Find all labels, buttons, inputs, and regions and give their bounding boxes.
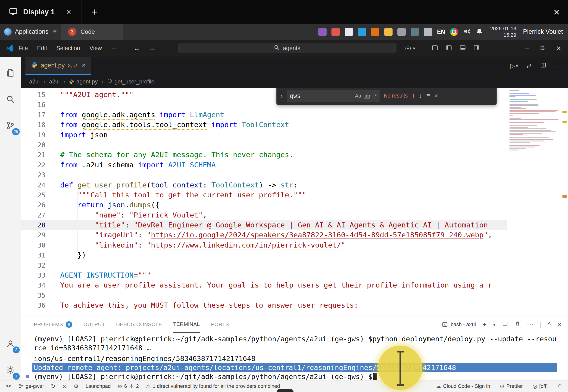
previous-match-icon[interactable]: ↑ (412, 92, 415, 99)
tab-debug-console[interactable]: DEBUG CONSOLE (116, 316, 162, 333)
problems-status[interactable]: ⊗6 ⚠2 (118, 383, 139, 390)
display-tab[interactable]: Display 1 × (0, 0, 81, 24)
menu-edit[interactable]: Edit (37, 45, 47, 52)
panel-more-icon[interactable]: ⋯ (527, 321, 533, 328)
window-list-button-code[interactable]: 3 Code (61, 24, 123, 40)
terminal-dropdown-icon[interactable]: ▾ (493, 322, 495, 327)
explorer-icon[interactable] (0, 63, 21, 83)
minimap[interactable] (507, 88, 560, 316)
tab-agent-py[interactable]: agent.py 2, U × (26, 57, 91, 75)
next-match-icon[interactable]: ↓ (419, 92, 422, 99)
menu-overflow-icon[interactable]: ⋯ (111, 45, 117, 52)
code-link[interactable]: https://io.google/2024/speakers/3ea87822… (151, 231, 483, 239)
navigate-back-icon[interactable]: ← (133, 44, 140, 53)
whole-word-toggle[interactable]: ab (364, 93, 370, 99)
prettier-status[interactable]: ⊘Prettier (500, 383, 523, 390)
close-panel-icon[interactable]: × (557, 320, 562, 329)
source-control-icon[interactable]: 25 (0, 115, 21, 136)
code-tray-icon[interactable] (358, 28, 366, 36)
files-tray-icon[interactable] (384, 28, 392, 36)
applications-menu[interactable]: Applications ≡ (0, 24, 61, 40)
command-center-search[interactable]: agents (178, 43, 396, 53)
toggle-replace-icon[interactable]: › (280, 92, 283, 100)
copilot-menu[interactable]: ▾ (404, 45, 415, 52)
find-input[interactable]: gws Aa ab .* (287, 90, 380, 102)
breadcrumb-file[interactable]: agent.py (69, 78, 98, 85)
menu-file[interactable]: File (18, 45, 28, 52)
code-editor[interactable]: 15"""A2UI agent.""" 16 17from google.adk… (21, 88, 568, 316)
maximize-panel-icon[interactable]: ^ (548, 321, 551, 328)
close-tab-icon[interactable]: × (82, 62, 86, 69)
chrome-icon[interactable] (450, 28, 458, 36)
navigate-forward-icon[interactable]: → (149, 44, 156, 53)
more-actions-icon[interactable]: ⋯ (555, 62, 561, 70)
code-line: 23 (21, 170, 507, 180)
command-decoration-icon[interactable] (26, 375, 30, 378)
notifications-icon[interactable] (476, 28, 483, 36)
keyboard-layout-indicator[interactable]: EN (437, 28, 445, 35)
notifications-bell-icon[interactable] (557, 384, 562, 389)
copilot-status[interactable]: ◎[off] (533, 383, 548, 390)
close-window-icon[interactable]: × (553, 6, 560, 18)
code-link[interactable]: https://www.linkedin.com/in/pierrick-vou… (151, 241, 341, 249)
volume-icon[interactable] (463, 28, 471, 36)
breadcrumb-symbol[interactable]: get_user_profile (107, 78, 154, 85)
search-view-icon[interactable] (0, 89, 21, 109)
display-tray-icon[interactable] (411, 28, 419, 36)
tab-problems[interactable]: PROBLEMS8 (34, 316, 72, 333)
toggle-panel-icon[interactable] (459, 44, 466, 52)
status-gear-icon[interactable]: ⚙ (74, 383, 79, 390)
split-terminal-icon[interactable] (502, 321, 508, 328)
code-token: "name" (95, 211, 120, 219)
toggle-secondary-sidebar-icon[interactable] (473, 44, 480, 52)
tab-ports[interactable]: PORTS (211, 316, 229, 333)
clock[interactable]: 2026-01-13 15:29 (490, 26, 516, 38)
breadcrumb-symbol-label: get_user_profile (115, 78, 154, 85)
pen-tray-icon[interactable] (424, 28, 432, 36)
open-changes-icon[interactable]: ⇄ (526, 62, 532, 70)
tab-terminal[interactable]: TERMINAL (173, 316, 200, 333)
vulnerability-status[interactable]: ⚠ 1 direct vulnerability found for all t… (146, 383, 280, 390)
match-case-toggle[interactable]: Aa (355, 93, 361, 99)
status-icon[interactable]: ⊙ (62, 383, 67, 390)
menu-selection[interactable]: Selection (56, 45, 80, 52)
regex-toggle[interactable]: .* (373, 93, 377, 99)
cloud-code-signin[interactable]: ☁Cloud Code - Sign in (436, 383, 490, 390)
run-python-file-button[interactable]: ▷ ▾ (510, 62, 518, 70)
accounts-icon[interactable]: 2 (0, 334, 21, 354)
screenshot-tray-icon[interactable] (397, 28, 406, 36)
settings-gear-icon[interactable]: 1 (0, 360, 21, 380)
git-branch-status[interactable]: ge-gws* (18, 383, 44, 389)
launchpad-status[interactable]: Launchpad (85, 383, 111, 389)
taskbar: Applications ≡ 3 Code EN (0, 24, 568, 40)
close-find-icon[interactable]: × (434, 92, 438, 99)
line-number: 20 (21, 140, 45, 150)
terminal-line: rce_id=5834638717142171648 … (34, 343, 568, 352)
terminal[interactable]: (myenv) [LOAS2] pierrick@pierrick:~/git/… (34, 335, 568, 380)
breadcrumb-folder[interactable]: a2ui (49, 78, 60, 85)
tab-output[interactable]: OUTPUT (83, 316, 105, 333)
tab-label: OUTPUT (83, 322, 105, 327)
tray-app-icon[interactable] (331, 28, 340, 36)
user-menu[interactable]: Pierrick Voulet (523, 28, 563, 35)
menu-view[interactable]: View (89, 45, 102, 52)
customize-layout-icon[interactable] (432, 44, 438, 52)
bottom-handle[interactable] (277, 389, 294, 392)
toggle-sidebar-icon[interactable] (445, 44, 452, 52)
find-in-selection-icon[interactable]: ≡ (426, 92, 430, 99)
close-display-tab-icon[interactable]: × (66, 7, 71, 17)
new-display-tab-button[interactable]: + (92, 6, 98, 18)
breadcrumb-folder[interactable]: a2ui (29, 78, 40, 85)
terminal-instance-label[interactable]: bash - a2ui (442, 322, 476, 327)
restore-icon[interactable] (539, 43, 546, 53)
close-icon[interactable]: × (556, 43, 561, 53)
new-terminal-icon[interactable]: + (482, 320, 487, 329)
kill-terminal-icon[interactable] (515, 321, 521, 328)
minimize-icon[interactable]: – (525, 43, 529, 53)
tray-app-icon[interactable] (318, 28, 327, 36)
remote-indicator[interactable]: >< (6, 383, 12, 389)
tray-app-icon[interactable] (371, 28, 379, 36)
sync-changes-icon[interactable]: ↻ (51, 383, 55, 390)
tray-app-icon[interactable] (345, 28, 353, 36)
split-editor-icon[interactable] (540, 62, 546, 70)
